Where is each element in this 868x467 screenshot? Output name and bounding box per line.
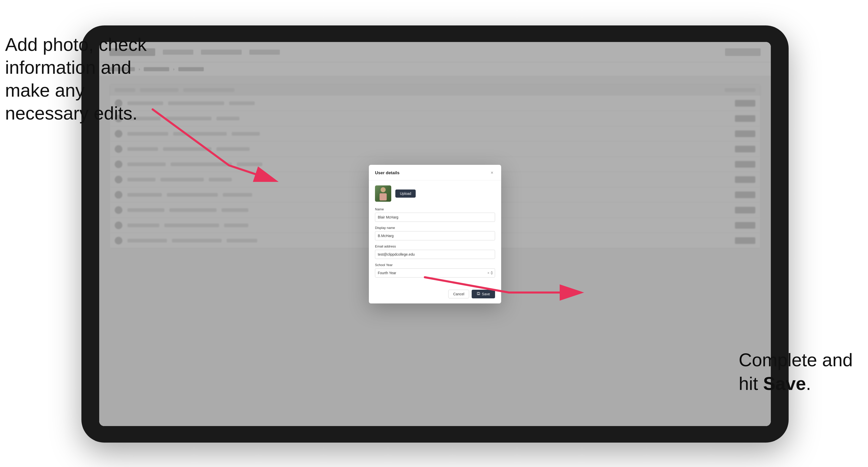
photo-image — [375, 185, 391, 202]
user-details-modal: User details × — [369, 165, 501, 304]
modal-close-button[interactable]: × — [489, 170, 495, 176]
modal-title: User details — [375, 170, 399, 176]
modal-body: Upload Name Display name Email addre — [369, 180, 501, 287]
svg-rect-2 — [478, 294, 479, 295]
save-button[interactable]: Save — [472, 290, 495, 299]
svg-rect-3 — [478, 292, 479, 293]
name-input[interactable] — [375, 213, 495, 222]
svg-rect-1 — [379, 193, 387, 200]
person-icon — [378, 186, 388, 200]
display-name-input[interactable] — [375, 231, 495, 240]
display-name-label: Display name — [375, 226, 495, 230]
name-field-group: Name — [375, 207, 495, 222]
tablet-screen: › › — [99, 42, 771, 426]
chevron-icon — [491, 271, 493, 275]
school-year-select-wrapper: Fourth Year First Year Second Year Third… — [375, 268, 495, 278]
modal-overlay: User details × — [99, 42, 771, 426]
display-name-field-group: Display name — [375, 226, 495, 240]
save-label: Save — [482, 292, 490, 296]
cancel-button[interactable]: Cancel — [448, 290, 469, 299]
school-year-field-group: School Year Fourth Year First Year Secon… — [375, 263, 495, 278]
select-clear-icon[interactable]: × — [488, 271, 490, 275]
school-year-select[interactable]: Fourth Year First Year Second Year Third… — [375, 268, 495, 278]
email-label: Email address — [375, 244, 495, 248]
name-label: Name — [375, 207, 495, 211]
save-icon — [477, 292, 480, 296]
tablet-frame: › › — [82, 25, 788, 443]
photo-upload-row: Upload — [375, 185, 495, 202]
svg-point-0 — [380, 187, 386, 192]
email-input[interactable] — [375, 250, 495, 259]
select-icons: × — [488, 271, 493, 275]
modal-footer: Cancel Save — [369, 287, 501, 304]
modal-header: User details × — [369, 165, 501, 180]
school-year-label: School Year — [375, 263, 495, 267]
email-field-group: Email address — [375, 244, 495, 259]
upload-button[interactable]: Upload — [395, 189, 416, 198]
photo-thumbnail — [375, 185, 391, 202]
